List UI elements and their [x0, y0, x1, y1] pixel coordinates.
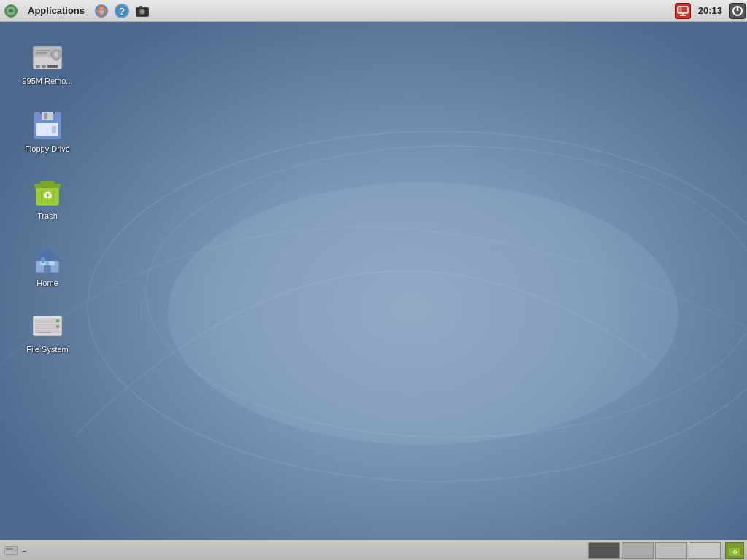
filesystem-label: File System [26, 345, 68, 354]
svg-point-61 [56, 325, 59, 328]
bottom-left: – [0, 542, 26, 559]
svg-rect-37 [52, 126, 56, 133]
svg-rect-53 [49, 261, 55, 265]
svg-rect-27 [42, 65, 46, 68]
bottom-drive-label: – [22, 546, 26, 555]
applications-button[interactable]: Applications [23, 4, 89, 18]
panel-left: Applications ? [0, 3, 150, 19]
trash-icon[interactable]: ♻ Trash [15, 175, 80, 220]
svg-point-54 [41, 257, 45, 261]
filesystem-icon[interactable]: File System [15, 308, 80, 354]
svg-point-3 [168, 182, 678, 445]
svg-rect-58 [35, 324, 60, 329]
svg-rect-31 [36, 50, 50, 51]
panel-right: 20:13 [675, 3, 747, 19]
trash-label: Trash [37, 211, 58, 220]
firefox-icon[interactable] [93, 3, 109, 19]
workspace-4-button[interactable] [689, 542, 721, 559]
svg-rect-39 [44, 113, 47, 119]
camera-icon[interactable] [134, 3, 150, 19]
floppy-drive-label: Floppy Drive [25, 144, 70, 153]
network-icon[interactable] [675, 3, 691, 19]
home-folder-label: Home [36, 279, 58, 287]
svg-rect-65 [6, 548, 13, 550]
floppy-drive-icon[interactable]: Floppy Drive [15, 108, 80, 153]
svg-text:♻: ♻ [732, 549, 738, 556]
workspace-2-button[interactable] [622, 542, 654, 559]
floppy-drive-image [30, 108, 65, 143]
system-icon[interactable] [3, 3, 19, 19]
home-folder-image [30, 242, 65, 277]
bottom-drive-icon[interactable] [3, 542, 19, 559]
svg-rect-32 [36, 52, 47, 54]
svg-text:?: ? [119, 6, 125, 17]
file-manager-bottom-icon[interactable]: ♻ [725, 542, 744, 559]
svg-rect-16 [139, 6, 142, 8]
svg-point-30 [54, 52, 58, 57]
svg-rect-28 [47, 65, 58, 68]
svg-rect-62 [37, 332, 52, 333]
svg-point-60 [56, 319, 59, 322]
home-folder-icon[interactable]: Home [15, 242, 80, 287]
bottom-panel: – ♻ [0, 540, 747, 560]
trash-image: ♻ [30, 175, 65, 210]
svg-rect-57 [35, 319, 60, 323]
power-icon[interactable] [729, 3, 746, 19]
filesystem-image [30, 308, 65, 343]
workspace-switcher: ♻ [588, 542, 747, 559]
clock: 20:13 [694, 5, 727, 16]
removable-drive-label: 995M Remo... [22, 77, 72, 85]
svg-point-15 [142, 10, 144, 12]
svg-marker-50 [33, 248, 62, 261]
workspace-3-button[interactable] [655, 542, 687, 559]
svg-rect-43 [40, 181, 55, 185]
svg-rect-18 [678, 7, 682, 13]
applications-label: Applications [28, 5, 85, 16]
removable-drive-icon[interactable]: 995M Remo... [15, 40, 80, 85]
help-icon[interactable]: ? [114, 3, 130, 19]
top-panel: Applications ? [0, 0, 747, 22]
svg-rect-51 [44, 265, 50, 273]
removable-drive-image [30, 40, 65, 75]
svg-rect-26 [36, 65, 40, 68]
workspace-1-button[interactable] [588, 542, 620, 559]
svg-point-66 [13, 548, 17, 552]
